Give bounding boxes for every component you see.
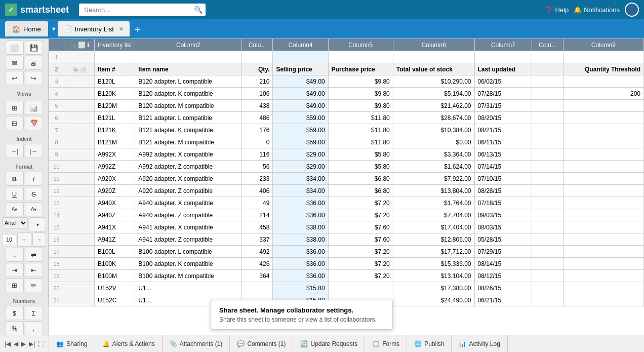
cell-1-5[interactable] — [328, 51, 393, 63]
cell-19-col8[interactable] — [532, 270, 563, 282]
cell-11-name[interactable]: A920 adapter. X compatible — [135, 173, 242, 185]
percent-button[interactable]: % — [6, 321, 24, 335]
cell-13-sell[interactable]: $36.00 — [273, 197, 328, 209]
cell-17-qty[interactable]: 492 — [242, 246, 273, 258]
cell-14-purch[interactable]: $7.20 — [328, 209, 393, 221]
cell-15-purch[interactable]: $7.60 — [328, 221, 393, 233]
bottom-tab-activity-log[interactable]: 📊Activity Log — [452, 335, 507, 352]
cell-11-threshold[interactable] — [563, 173, 643, 185]
cell-5-id[interactable]: B120M — [95, 100, 135, 112]
cell-20-qty[interactable] — [242, 282, 273, 294]
cell-18-total[interactable]: $15,336.00 — [393, 258, 474, 270]
cell-19-threshold[interactable] — [563, 270, 643, 282]
cell-4-updated[interactable]: 07/28/15 — [474, 88, 532, 100]
cell-8-id[interactable]: B121M — [95, 136, 135, 148]
cell-21-threshold[interactable] — [563, 294, 643, 306]
cell-8-sell[interactable]: $59.00 — [273, 136, 328, 148]
cell-19-qty[interactable]: 364 — [242, 270, 273, 282]
sum-button[interactable]: Σ — [25, 306, 43, 320]
cell-5-qty[interactable]: 438 — [242, 100, 273, 112]
card-view-button[interactable]: ⊟ — [6, 116, 24, 130]
cell-9-updated[interactable]: 06/13/15 — [474, 148, 532, 161]
cell-13-id[interactable]: A940X — [95, 197, 135, 209]
pen-button[interactable]: ✏ — [25, 278, 43, 292]
cell-18-sell[interactable]: $36.00 — [273, 258, 328, 270]
cell-21-updated[interactable]: 06/21/15 — [474, 294, 532, 306]
scroll-next-button[interactable]: ▶ — [20, 340, 27, 347]
cell-5-name[interactable]: B120 adapter. M compatible — [135, 100, 242, 112]
cell-12-total[interactable]: $13,804.00 — [393, 185, 474, 197]
cell-3-threshold[interactable] — [563, 75, 643, 88]
font-select[interactable]: Arial — [2, 217, 28, 228]
outdent-button[interactable]: ⇤ — [25, 263, 43, 277]
col-label-sell[interactable]: Selling price — [273, 63, 328, 75]
cell-12-updated[interactable]: 08/28/15 — [474, 185, 532, 197]
cell-12-id[interactable]: A920Z — [95, 185, 135, 197]
fill-color-button[interactable]: A▾ — [25, 202, 43, 216]
cell-7-sell[interactable]: $59.00 — [273, 124, 328, 136]
cell-21-col8[interactable] — [532, 294, 563, 306]
tab-dropdown-button[interactable]: ▼ — [50, 25, 58, 33]
cell-11-purch[interactable]: $6.80 — [328, 173, 393, 185]
tab-close-button[interactable]: ✕ — [119, 26, 124, 32]
cell-17-col8[interactable] — [532, 246, 563, 258]
cell-4-total[interactable]: $5,194.00 — [393, 88, 474, 100]
cell-7-updated[interactable]: 08/21/15 — [474, 124, 532, 136]
cell-13-total[interactable]: $1,764.00 — [393, 197, 474, 209]
cell-3-sell[interactable]: $49.00 — [273, 75, 328, 88]
cell-11-sell[interactable]: $34.00 — [273, 173, 328, 185]
cell-12-name[interactable]: A920 adapter. Z compatible — [135, 185, 242, 197]
currency-button[interactable]: $ — [6, 306, 24, 320]
indent-right-button[interactable]: →| — [6, 144, 24, 158]
cell-3-col8[interactable] — [532, 75, 563, 88]
search-button[interactable]: 🔍 — [194, 6, 203, 14]
cell-17-name[interactable]: B100 adapter. L compatible — [135, 246, 242, 258]
text-color-button[interactable]: A▾ — [6, 202, 24, 216]
cell-16-threshold[interactable] — [563, 233, 643, 246]
col-header-9[interactable]: Column9 — [563, 39, 643, 51]
font-size-increase[interactable]: ＋ — [17, 232, 31, 247]
col-header-3[interactable]: Colu... — [242, 39, 273, 51]
expand-button[interactable]: ⛶ — [36, 340, 46, 347]
cell-5-threshold[interactable] — [563, 100, 643, 112]
cell-15-updated[interactable]: 08/03/15 — [474, 221, 532, 233]
help-link[interactable]: ❓ Help — [545, 6, 569, 14]
cell-17-total[interactable]: $17,712.00 — [393, 246, 474, 258]
tab-inventory[interactable]: 📄 Inventory List ✕ — [58, 21, 130, 36]
cell-6-threshold[interactable] — [563, 112, 643, 124]
cell-12-col8[interactable] — [532, 185, 563, 197]
cell-17-threshold[interactable] — [563, 246, 643, 258]
cell-14-total[interactable]: $7,704.00 — [393, 209, 474, 221]
add-tab-button[interactable]: ＋ — [131, 22, 145, 36]
bottom-tab-update-requests[interactable]: 🔄Update Requests — [293, 335, 365, 352]
cell-4-qty[interactable]: 106 — [242, 88, 273, 100]
strikethrough-button[interactable]: S — [25, 187, 43, 201]
cell-10-col8[interactable] — [532, 161, 563, 173]
cell-9-threshold[interactable] — [563, 148, 643, 161]
cell-16-col8[interactable] — [532, 233, 563, 246]
cell-14-name[interactable]: A940 adapter. Z compatible — [135, 209, 242, 221]
cell-9-col8[interactable] — [532, 148, 563, 161]
bottom-tab-alerts[interactable]: 🔔Alerts & Actions — [95, 335, 163, 352]
cell-16-id[interactable]: A941Z — [95, 233, 135, 246]
cell-4-name[interactable]: B120 adapter. K compatible — [135, 88, 242, 100]
cell-1-8[interactable] — [532, 51, 563, 63]
cell-1-7[interactable] — [474, 51, 532, 63]
cell-16-name[interactable]: A941 adapter. Z compatible — [135, 233, 242, 246]
cell-20-threshold[interactable] — [563, 282, 643, 294]
cell-19-purch[interactable]: $7.20 — [328, 270, 393, 282]
cell-13-threshold[interactable] — [563, 197, 643, 209]
cell-14-updated[interactable]: 09/03/15 — [474, 209, 532, 221]
cell-18-col8[interactable] — [532, 258, 563, 270]
italic-button[interactable]: I — [25, 172, 43, 186]
cell-19-sell[interactable]: $36.00 — [273, 270, 328, 282]
cell-16-updated[interactable]: 05/28/15 — [474, 233, 532, 246]
cell-18-name[interactable]: B100 adapter. K compatible — [135, 258, 242, 270]
cell-17-sell[interactable]: $36.00 — [273, 246, 328, 258]
cell-4-sell[interactable]: $49.00 — [273, 88, 328, 100]
wrap-button[interactable]: ⇌ — [25, 248, 43, 262]
cell-4-threshold[interactable]: 200 — [563, 88, 643, 100]
col-label-qty[interactable]: Qty. — [242, 63, 273, 75]
bottom-tab-attachments[interactable]: 📎Attachments (1) — [163, 335, 230, 352]
scroll-prev-button[interactable]: ◀ — [12, 340, 20, 347]
